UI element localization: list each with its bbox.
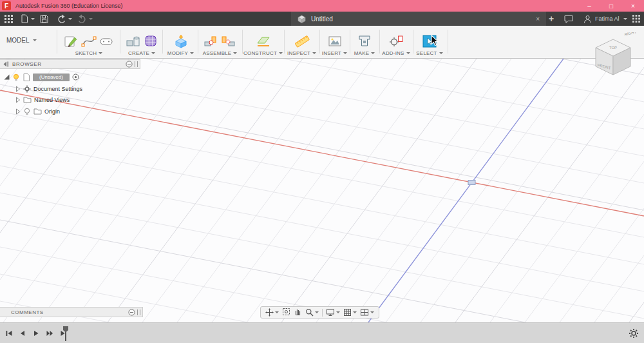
- maximize-button[interactable]: □: [600, 0, 622, 12]
- viewport[interactable]: BROWSER (Unsaved): [0, 59, 644, 322]
- press-pull-button[interactable]: [173, 34, 189, 48]
- viewports-icon: [360, 308, 369, 317]
- group-label: INSPECT: [287, 50, 310, 56]
- account-button[interactable]: [583, 12, 592, 26]
- fit-icon: [282, 308, 290, 316]
- viewcube-right-label: RIGHT: [625, 32, 637, 37]
- assemble-menu[interactable]: ASSEMBLE: [203, 50, 238, 56]
- new-component-button[interactable]: [204, 34, 219, 48]
- browser-item-document-settings[interactable]: Document Settings: [15, 84, 82, 93]
- undo-button[interactable]: [57, 12, 72, 26]
- sketch-menu[interactable]: SKETCH: [75, 50, 103, 56]
- insert-canvas-button[interactable]: [327, 34, 343, 48]
- document-root-label[interactable]: (Unsaved): [33, 74, 70, 81]
- grid-snaps-button[interactable]: [343, 308, 357, 317]
- inspect-menu[interactable]: INSPECT: [287, 50, 316, 56]
- browser-item-label: Origin: [44, 108, 60, 115]
- viewports-button[interactable]: [360, 308, 374, 317]
- logo-letter: F: [5, 3, 8, 10]
- chevron-down-icon: [190, 52, 194, 54]
- fusion-logo-icon: F: [2, 1, 11, 10]
- user-name[interactable]: Fatima Al: [595, 12, 620, 26]
- sketch-spline-button[interactable]: [81, 34, 97, 48]
- magnifier-icon: [305, 308, 314, 317]
- construct-plane-button[interactable]: [256, 34, 271, 48]
- scripts-addins-button[interactable]: [388, 34, 404, 48]
- measure-button[interactable]: [294, 34, 310, 48]
- close-button[interactable]: ×: [622, 0, 644, 12]
- title-bar: F Autodesk Fusion 360 (Education License…: [0, 0, 644, 12]
- zoom-fit-button[interactable]: [282, 307, 290, 318]
- minimize-button[interactable]: –: [578, 0, 600, 12]
- browser-root-row[interactable]: (Unsaved): [4, 72, 79, 82]
- tab-close-button[interactable]: ×: [536, 15, 540, 23]
- create-solid-button[interactable]: [126, 34, 141, 48]
- comments-panel-header[interactable]: COMMENTS: [0, 307, 143, 317]
- panel-minimize-icon[interactable]: [128, 309, 135, 316]
- browser-item-origin[interactable]: Origin: [15, 106, 60, 116]
- panel-grip-handle[interactable]: [137, 309, 140, 315]
- panel-minimize-icon[interactable]: [126, 61, 133, 68]
- ribbon-group-construct: CONSTRUCT: [243, 28, 283, 56]
- create-menu[interactable]: CREATE: [128, 50, 155, 56]
- grid-icon: [343, 308, 352, 317]
- divider: [284, 30, 285, 54]
- modify-menu[interactable]: MODIFY: [167, 50, 194, 56]
- addins-menu[interactable]: ADD-INS: [382, 50, 410, 56]
- save-button[interactable]: [40, 12, 48, 26]
- chat-bubble-icon: [564, 15, 573, 23]
- make-button[interactable]: [357, 34, 372, 48]
- view-cube[interactable]: TOP FRONT RIGHT: [588, 32, 638, 81]
- file-menu-button[interactable]: [21, 12, 35, 26]
- orbit-button[interactable]: [265, 308, 279, 317]
- divider: [162, 30, 163, 54]
- app-switcher-button[interactable]: [632, 12, 640, 26]
- browser-panel-header[interactable]: BROWSER: [0, 59, 140, 69]
- notifications-button[interactable]: [564, 12, 573, 26]
- divider: [319, 30, 320, 54]
- document-tab[interactable]: Untitled ×: [291, 12, 546, 26]
- workspace-selector[interactable]: MODEL: [6, 37, 37, 44]
- display-settings-button[interactable]: [326, 308, 340, 317]
- display-monitor-icon: [326, 308, 335, 317]
- chevron-right-icon[interactable]: [15, 86, 21, 92]
- chevron-down-icon: [33, 39, 37, 41]
- chevron-right-icon[interactable]: [15, 97, 21, 103]
- panel-grip-handle[interactable]: [135, 61, 138, 67]
- step-forward-button[interactable]: [46, 329, 54, 337]
- chevron-right-icon[interactable]: [15, 108, 21, 115]
- sketch-slot-button[interactable]: [99, 34, 114, 48]
- gear-icon: [23, 85, 31, 93]
- browser-item-named-views[interactable]: Named Views: [15, 95, 70, 104]
- step-back-button[interactable]: [19, 329, 26, 337]
- timeline-marker[interactable]: [62, 325, 70, 343]
- timeline-settings-button[interactable]: [629, 328, 639, 341]
- user-menu-caret[interactable]: [623, 12, 627, 26]
- make-menu[interactable]: MAKE: [354, 50, 375, 56]
- zoom-button[interactable]: [305, 308, 319, 317]
- browser-item-label: Named Views: [34, 97, 70, 103]
- press-pull-icon: [173, 34, 189, 48]
- collapse-panel-icon[interactable]: [3, 61, 9, 67]
- create-form-button[interactable]: [143, 34, 158, 48]
- new-tab-button[interactable]: +: [549, 12, 554, 26]
- skip-to-start-button[interactable]: [5, 329, 13, 337]
- play-button[interactable]: [32, 329, 40, 337]
- joint-button[interactable]: [221, 34, 236, 48]
- chevron-down-icon: [406, 52, 410, 54]
- select-tool-button[interactable]: [422, 34, 437, 48]
- visibility-bulb-icon[interactable]: [23, 108, 31, 115]
- chevron-down-icon: [275, 311, 279, 313]
- insert-menu[interactable]: INSERT: [322, 50, 347, 56]
- viewcube-top-label: TOP: [609, 46, 617, 50]
- select-menu[interactable]: SELECT: [416, 50, 442, 56]
- create-sketch-button[interactable]: [64, 34, 79, 48]
- pan-button[interactable]: [294, 307, 302, 318]
- activate-target-icon[interactable]: [72, 74, 79, 81]
- data-panel-toggle[interactable]: [5, 12, 13, 26]
- browser-panel-title: BROWSER: [12, 61, 126, 67]
- visibility-bulb-icon[interactable]: [12, 74, 20, 81]
- construct-menu[interactable]: CONSTRUCT: [243, 50, 283, 56]
- redo-button[interactable]: [77, 12, 93, 26]
- expanded-triangle-icon[interactable]: [4, 74, 10, 80]
